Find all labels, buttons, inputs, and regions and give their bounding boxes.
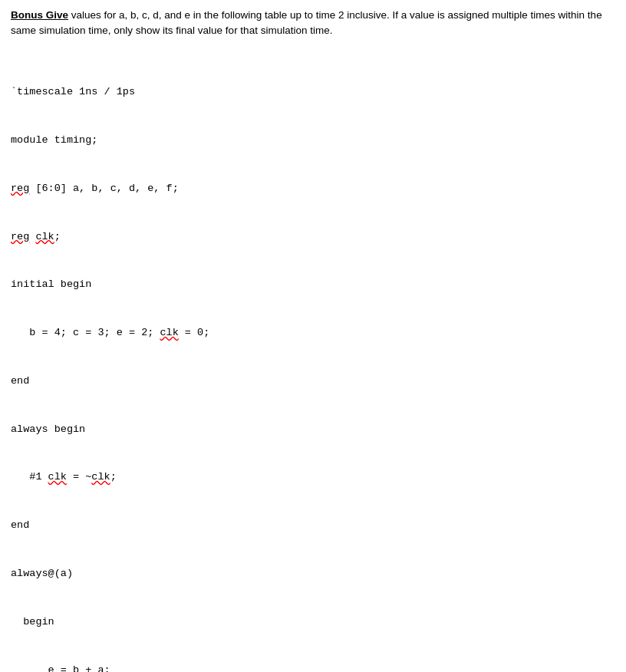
always-body-line: #1 clk = ~clk; (11, 469, 615, 486)
bonus-give-text: Bonus Give (11, 9, 68, 21)
begin1-line: begin (11, 614, 615, 631)
always-begin-line: always begin (11, 422, 615, 438)
initial-begin-line: initial begin (11, 277, 615, 293)
reg-abc-line: reg [6:0] a, b, c, d, e, f; (11, 181, 615, 197)
initial-body-line: b = 4; c = 3; e = 2; clk = 0; (11, 325, 615, 341)
intro-paragraph: Bonus Give values for a, b, c, d, and e … (11, 8, 615, 39)
code-block: `timescale 1ns / 1ps module timing; reg … (11, 53, 615, 673)
module-line: module timing; (11, 133, 615, 149)
intro-text: values for a, b, c, d, and e in the foll… (11, 9, 602, 36)
always-a-line: always@(a) (11, 566, 615, 582)
reg-clk-line: reg clk; (11, 229, 615, 245)
end2-line: end (11, 518, 615, 534)
e-assign-line: e = b + a; (11, 663, 615, 672)
end1-line: end (11, 374, 615, 390)
timescale-line: `timescale 1ns / 1ps (11, 84, 615, 100)
